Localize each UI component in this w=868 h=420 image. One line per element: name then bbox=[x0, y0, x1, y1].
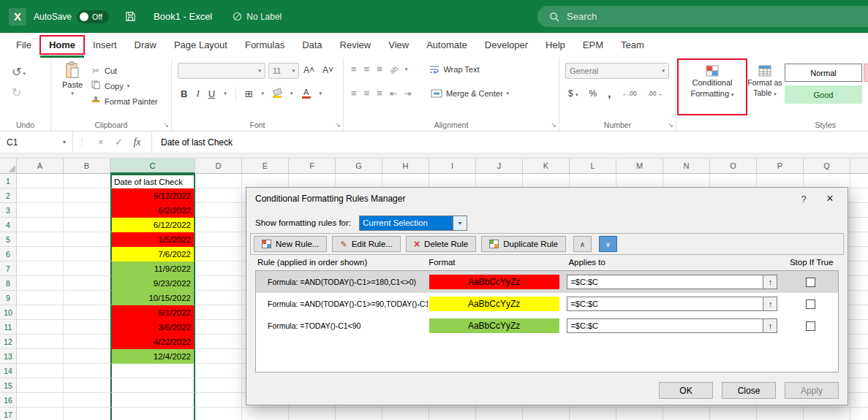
cell-m17[interactable] bbox=[616, 408, 663, 420]
range-select-button[interactable]: ↑ bbox=[763, 275, 777, 289]
cell-a4[interactable] bbox=[17, 218, 64, 232]
autosave-toggle[interactable]: Off bbox=[77, 10, 109, 23]
cell-i1[interactable] bbox=[429, 174, 476, 188]
applies-to-input[interactable]: =$C:$C↑ bbox=[567, 275, 777, 289]
cell-b13[interactable] bbox=[64, 349, 110, 364]
column-header-m[interactable]: M bbox=[616, 159, 663, 174]
accounting-format-button[interactable]: $ ▾ bbox=[568, 88, 578, 99]
conditional-formatting-button[interactable]: Conditional Formatting ▾ bbox=[679, 61, 745, 113]
cell-c4[interactable]: 6/12/2022 bbox=[110, 218, 195, 232]
font-size-combo[interactable]: 11▾ bbox=[268, 63, 299, 79]
column-header-j[interactable]: J bbox=[476, 159, 523, 174]
enter-check-icon[interactable]: ✓ bbox=[110, 137, 128, 148]
cell-e1[interactable] bbox=[242, 174, 289, 188]
row-header-4[interactable]: 4 bbox=[0, 218, 17, 232]
stop-if-true-checkbox[interactable] bbox=[806, 278, 815, 287]
cell-g17[interactable] bbox=[336, 408, 382, 420]
stop-if-true-checkbox[interactable] bbox=[806, 321, 815, 331]
cell-d8[interactable] bbox=[195, 276, 242, 291]
cell-a11[interactable] bbox=[17, 320, 64, 335]
column-header-f[interactable]: F bbox=[289, 159, 336, 174]
cell-c8[interactable]: 9/23/2022 bbox=[110, 276, 195, 291]
cell-b3[interactable] bbox=[64, 203, 110, 218]
align-right-button[interactable]: ≡ bbox=[377, 89, 382, 98]
cell-k17[interactable] bbox=[523, 408, 570, 420]
cell-a14[interactable] bbox=[17, 364, 64, 378]
cell-c7[interactable]: 11/9/2022 bbox=[110, 261, 195, 276]
orientation-button[interactable]: ab bbox=[388, 64, 400, 75]
cell-c2[interactable]: 5/12/2022 bbox=[110, 188, 195, 203]
cell-c14[interactable] bbox=[110, 364, 195, 378]
show-rules-dropdown[interactable]: Current Selection ▾ bbox=[359, 215, 467, 231]
cell-d11[interactable] bbox=[195, 320, 242, 335]
cell-h1[interactable] bbox=[382, 174, 429, 188]
cell-b2[interactable] bbox=[64, 188, 110, 203]
borders-button[interactable]: ⊞ bbox=[245, 88, 253, 99]
column-header-o[interactable]: O bbox=[710, 159, 757, 174]
increase-indent-button[interactable]: ⇥ bbox=[404, 88, 412, 99]
column-header-q[interactable]: Q bbox=[804, 159, 850, 174]
cell-b15[interactable] bbox=[64, 378, 110, 393]
tab-help[interactable]: Help bbox=[537, 33, 574, 58]
formula-bar-handle-icon[interactable]: ⋮ bbox=[73, 137, 91, 147]
cell-d4[interactable] bbox=[195, 218, 242, 232]
cell-a8[interactable] bbox=[17, 276, 64, 291]
cell-b17[interactable] bbox=[64, 408, 110, 420]
row-header-8[interactable]: 8 bbox=[0, 276, 17, 291]
cell-a12[interactable] bbox=[17, 335, 64, 349]
cell-d15[interactable] bbox=[195, 378, 242, 393]
row-header-1[interactable]: 1 bbox=[0, 174, 17, 188]
delete-rule-button[interactable]: ×Delete Rule bbox=[406, 236, 476, 252]
cell-a2[interactable] bbox=[17, 188, 64, 203]
cell-h17[interactable] bbox=[382, 408, 429, 420]
cell-a1[interactable] bbox=[17, 174, 64, 188]
cell-c16[interactable] bbox=[110, 393, 195, 408]
range-select-button[interactable]: ↑ bbox=[763, 319, 777, 332]
cell-d2[interactable] bbox=[195, 188, 242, 203]
tab-epm[interactable]: EPM bbox=[574, 33, 612, 58]
excel-logo-icon[interactable]: X bbox=[9, 8, 26, 26]
tab-page-layout[interactable]: Page Layout bbox=[165, 33, 236, 58]
rule-row-3[interactable]: Formula: =TODAY()-C1<90AaBbCcYyZz=$C:$C↑ bbox=[256, 315, 838, 337]
cell-b16[interactable] bbox=[64, 393, 110, 408]
font-dialog-launcher-icon[interactable]: ↘ bbox=[335, 121, 341, 129]
cell-c6[interactable]: 7/6/2022 bbox=[110, 247, 195, 261]
cell-p1[interactable] bbox=[757, 174, 804, 188]
cell-c3[interactable]: 6/2/2022 bbox=[110, 203, 195, 218]
autosave-control[interactable]: AutoSave Off bbox=[34, 10, 109, 23]
cell-e17[interactable] bbox=[242, 408, 289, 420]
cell-a16[interactable] bbox=[17, 393, 64, 408]
cell-a13[interactable] bbox=[17, 349, 64, 364]
paste-button[interactable]: Paste ▾ bbox=[57, 61, 88, 112]
tab-team[interactable]: Team bbox=[612, 33, 653, 58]
cell-a3[interactable] bbox=[17, 203, 64, 218]
format-painter-button[interactable]: Format Painter bbox=[91, 96, 158, 107]
move-rule-down-button[interactable]: ∨ bbox=[599, 236, 617, 252]
show-rules-dropdown-icon[interactable]: ▾ bbox=[453, 216, 467, 230]
apply-button[interactable]: Apply bbox=[785, 382, 839, 399]
cell-b8[interactable] bbox=[64, 276, 110, 291]
cell-d6[interactable] bbox=[195, 247, 242, 261]
column-header-b[interactable]: B bbox=[64, 159, 110, 174]
cell-b14[interactable] bbox=[64, 364, 110, 378]
column-header-p[interactable]: P bbox=[757, 159, 804, 174]
number-format-combo[interactable]: General▾ bbox=[565, 63, 669, 79]
tab-developer[interactable]: Developer bbox=[476, 33, 537, 58]
undo-button[interactable]: ↺▾ bbox=[12, 65, 26, 79]
font-color-dropdown-icon[interactable]: ▾ bbox=[320, 91, 322, 96]
cell-l1[interactable] bbox=[570, 174, 616, 188]
row-header-15[interactable]: 15 bbox=[0, 378, 17, 393]
cell-d16[interactable] bbox=[195, 393, 242, 408]
rule-row-2[interactable]: Formula: =AND(TODAY()-C1>=90,TODAY()-C1<… bbox=[256, 293, 838, 315]
redo-button[interactable]: ↻ bbox=[12, 85, 21, 99]
insert-function-icon[interactable]: fx bbox=[128, 137, 146, 148]
cell-a7[interactable] bbox=[17, 261, 64, 276]
cell-d9[interactable] bbox=[195, 291, 242, 305]
tab-draw[interactable]: Draw bbox=[126, 33, 165, 58]
cancel-icon[interactable]: × bbox=[91, 137, 110, 148]
cell-c12[interactable]: 4/22/2022 bbox=[110, 335, 195, 349]
tab-review[interactable]: Review bbox=[331, 33, 380, 58]
row-header-10[interactable]: 10 bbox=[0, 305, 17, 320]
cell-l17[interactable] bbox=[570, 408, 616, 420]
cut-button[interactable]: ✂Cut bbox=[91, 65, 158, 76]
